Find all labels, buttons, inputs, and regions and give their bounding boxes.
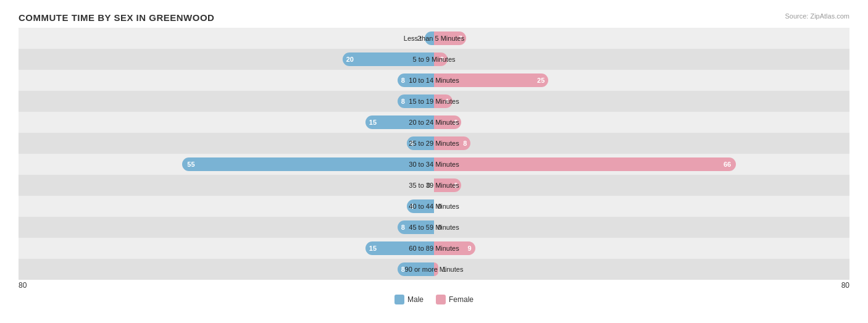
female-value: 1 [442, 266, 446, 273]
right-half: 6 [434, 175, 849, 196]
female-value-in: 6 [454, 182, 461, 189]
table-row: 6 40 to 44 Minutes 0 [19, 196, 849, 217]
left-half: 6 [19, 196, 434, 217]
male-bar: 8 [398, 94, 434, 108]
female-bar: 25 [434, 73, 548, 87]
male-value-in: 15 [365, 119, 377, 126]
male-bar: 15 [365, 115, 434, 129]
table-row: 8 15 to 19 Minutes 4 [19, 91, 849, 112]
female-value-in: 25 [537, 77, 548, 84]
male-value-in: 8 [398, 224, 405, 231]
axis-right: 80 [841, 281, 849, 290]
male-bar: 20 [343, 52, 434, 66]
male-bar [425, 31, 434, 45]
table-row: 6 25 to 29 Minutes 8 [19, 133, 849, 154]
left-half: 2 [19, 28, 434, 49]
legend-male-box [394, 295, 404, 304]
legend: Male Female [19, 295, 849, 304]
male-value: 55 [187, 161, 194, 168]
female-bar: 9 [434, 241, 475, 255]
left-half: 8 [19, 259, 434, 280]
left-half: 6 [19, 133, 434, 154]
table-row: 15 60 to 89 Minutes 9 [19, 238, 849, 259]
female-value-in: 4 [445, 98, 453, 105]
right-half: 4 [434, 91, 849, 112]
male-value: 0 [427, 182, 430, 189]
table-row: 8 90 or more Minutes 1 [19, 259, 849, 280]
male-value-in: 6 [407, 203, 414, 210]
right-half: 6 [434, 112, 849, 133]
table-row: 15 20 to 24 Minutes 6 [19, 112, 849, 133]
table-row: 8 10 to 14 Minutes 25 [19, 70, 849, 91]
axis-labels: 80 80 [19, 281, 849, 290]
left-half: 8 [19, 70, 434, 91]
male-value-in: 8 [398, 98, 405, 105]
right-half: 25 [434, 70, 849, 91]
legend-male: Male [394, 295, 424, 304]
female-bar: 7 [434, 31, 466, 45]
axis-left: 80 [19, 281, 27, 290]
chart-title: COMMUTE TIME BY SEX IN GREENWOOD [19, 12, 849, 23]
male-value-in: 8 [398, 77, 405, 84]
female-bar: 8 [434, 136, 470, 150]
female-bar: 6 [434, 115, 461, 129]
left-half: 20 [19, 49, 434, 70]
source-text: Source: ZipAtlas.com [785, 12, 849, 20]
left-half: 8 [19, 91, 434, 112]
male-value-in: 15 [365, 245, 377, 252]
male-bar: 6 [407, 136, 434, 150]
table-row: 8 45 to 59 Minutes 0 [19, 217, 849, 238]
female-bar: 6 [434, 178, 461, 192]
female-bar [434, 262, 438, 276]
table-row: 0 35 to 39 Minutes 6 [19, 175, 849, 196]
male-bar: 15 [365, 241, 434, 255]
male-bar: 8 [398, 262, 434, 276]
chart-container: COMMUTE TIME BY SEX IN GREENWOOD Source:… [0, 0, 868, 323]
right-half: 66 [434, 154, 849, 175]
legend-female-label: Female [449, 295, 474, 304]
left-half: 15 [19, 112, 434, 133]
male-bar: 8 [398, 220, 434, 234]
male-value-in: 20 [343, 56, 354, 63]
female-bar: 66 [434, 157, 736, 171]
legend-male-label: Male [407, 295, 424, 304]
male-value-in: 6 [407, 140, 414, 147]
male-bar: 6 [407, 199, 434, 213]
table-row: 2 Less than 5 Minutes 7 [19, 28, 849, 49]
right-half: 8 [434, 133, 849, 154]
rows-wrapper: 2 Less than 5 Minutes 7 20 5 to 9 Minute… [19, 28, 849, 280]
right-half: 0 [434, 217, 849, 238]
female-value: 0 [438, 224, 441, 231]
male-bar: 8 [398, 73, 434, 87]
table-row: 55 30 to 34 Minutes 66 [19, 154, 849, 175]
female-value-in: 3 [440, 56, 448, 63]
legend-female: Female [436, 295, 474, 304]
right-half: 9 [434, 238, 849, 259]
left-half: 0 [19, 175, 434, 196]
left-half: 55 [19, 154, 434, 175]
right-half: 0 [434, 196, 849, 217]
female-value-in: 9 [468, 245, 475, 252]
female-value-in: 7 [459, 35, 466, 42]
female-value-in: 6 [454, 119, 461, 126]
right-half: 7 [434, 28, 849, 49]
female-value: 0 [438, 203, 441, 210]
female-bar: 4 [434, 94, 453, 108]
right-half: 1 [434, 259, 849, 280]
female-value: 66 [724, 161, 731, 168]
right-half: 3 [434, 49, 849, 70]
left-half: 15 [19, 238, 434, 259]
female-bar: 3 [434, 52, 448, 66]
female-value-in: 8 [463, 140, 470, 147]
male-bar: 55 [182, 157, 434, 171]
male-value-in: 8 [398, 266, 405, 273]
male-value: 2 [417, 35, 421, 42]
legend-female-box [436, 295, 446, 304]
table-row: 20 5 to 9 Minutes 3 [19, 49, 849, 70]
left-half: 8 [19, 217, 434, 238]
